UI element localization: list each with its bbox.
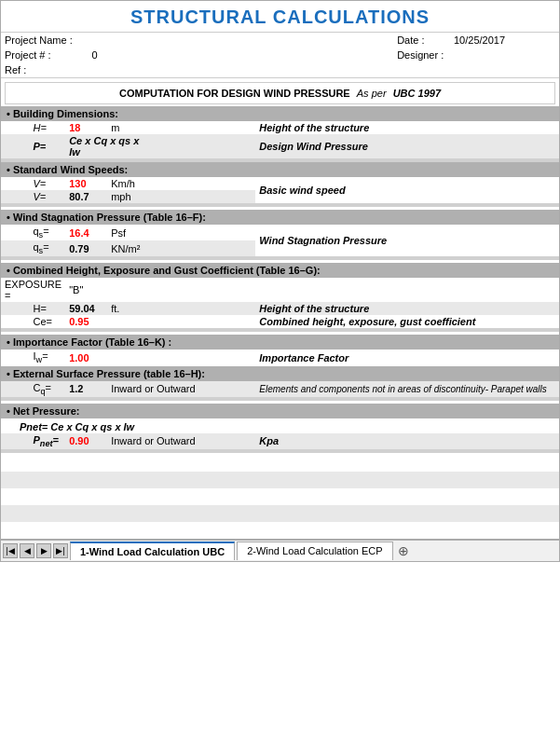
ce-value: 0.95 [65,315,107,328]
tab-nav-next[interactable]: ▶ [36,543,51,558]
tab-nav-first[interactable]: |◀ [3,543,18,558]
date-label: Date : [393,33,450,48]
p-formula: Ce x Cq x qs x Iw [65,134,143,158]
exposure-label: EXPOSURE = [1,278,65,302]
qs1-unit: Psf [107,225,143,240]
banner-prefix: COMPUTATION FOR DESIGN WIND PRESSURE [119,88,350,99]
wind-speed-desc: Basic wind speed [255,177,559,203]
qs1-label: qs= [29,225,65,240]
project-name-value [89,33,394,48]
tab-wind-ecp[interactable]: 2-Wind Load Calculation ECP [237,542,393,560]
qs2-unit: KN/m² [107,240,143,256]
project-name-label: Project Name : [1,33,89,48]
cq-direction: Inward or Outward [107,381,255,397]
cq-label: Cq= [29,381,65,397]
external-desc: Elements and components not in areas of … [255,381,559,397]
wind-speeds-header: • Standard Wind Speeds: [1,162,559,177]
net-pressure-header: • Net Pressure: [1,404,559,418]
exposure-value: "B" [65,278,143,302]
v2-label: V= [29,190,65,203]
ce-desc: Combined height, exposure, gust coeffici… [255,315,559,328]
h-value: 18 [65,121,107,134]
tab-nav-last[interactable]: ▶| [53,543,68,558]
v1-unit: Km/h [107,177,143,190]
cq-value: 1.2 [65,381,107,397]
project-num-label: Project # : [1,48,89,62]
pnet-direction: Inward or Outward [107,433,255,449]
h-label: H= [29,121,65,134]
p-label: P= [29,134,65,158]
iw-label: Iw= [29,350,65,365]
qs1-value: 16.4 [65,225,107,240]
pnet-unit: Kpa [255,433,559,449]
importance-header: • Importance Factor (Table 16–K) : [1,335,559,350]
combined-h-unit: ft. [107,302,143,315]
tabs-bar: |◀ ◀ ▶ ▶| 1-Wind Load Calculation UBC 2-… [1,539,559,561]
v1-label: V= [29,177,65,190]
h-desc: Height of the structure [255,121,559,134]
qs2-label: qs= [29,240,65,256]
ref-label: Ref : [1,62,89,78]
designer-value [450,48,559,62]
wind-stagnation-desc: Wind Stagnation Pressure [255,225,559,256]
v1-value: 130 [65,177,107,190]
h-unit: m [107,121,143,134]
page-title: STRUCTURAL CALCULATIONS [1,1,559,33]
qs2-value: 0.79 [65,240,107,256]
pnet-label: Pnet= [29,433,65,449]
iw-value: 1.00 [65,350,107,365]
ce-label: Ce= [29,315,65,328]
v2-unit: mph [107,190,143,203]
combined-header: • Combined Height, Exposure and Gust Coe… [1,263,559,278]
building-dimensions-header: • Building Dimensions: [1,106,559,121]
project-num-value: 0 [89,48,394,62]
p-desc: Design Wind Pressure [255,134,559,158]
combined-h-value: 59.04 [65,302,107,315]
pnet-value: 0.90 [65,433,107,449]
external-header: • External Surface Pressure (table 16–H)… [1,366,559,381]
combined-h-label: H= [29,302,65,315]
tab-add-button[interactable]: ⊕ [395,542,412,559]
banner-as-per: As per [357,88,387,99]
wind-stagnation-header: • Wind Stagnation Pressure (Table 16–F): [1,210,559,225]
importance-desc: Importance Factor [255,350,559,365]
tab-wind-ubc[interactable]: 1-Wind Load Calculation UBC [70,542,235,560]
v2-value: 80.7 [65,190,107,203]
pnet-formula1: Pnet= Ce x Cq x qs x Iw [1,418,559,433]
banner-code: UBC 1997 [393,88,441,99]
tab-nav-prev[interactable]: ◀ [20,543,34,558]
combined-h-desc: Height of the structure [255,302,559,315]
computation-banner: COMPUTATION FOR DESIGN WIND PRESSURE As … [5,82,555,104]
date-value: 10/25/2017 [450,33,559,48]
designer-label: Designer : [393,48,450,62]
